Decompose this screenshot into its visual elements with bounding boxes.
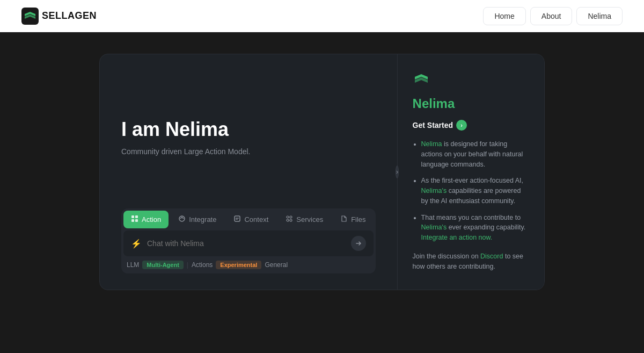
get-started: Get Started › — [413, 120, 529, 131]
hero-subtitle: Community driven Large Action Model. — [121, 147, 376, 156]
chat-bolt-icon: ⚡ — [131, 239, 142, 249]
main-content: I am Nelima Community driven Large Actio… — [0, 32, 644, 312]
info-text-3b: ever expanding capability. — [449, 224, 526, 231]
chat-send-button[interactable] — [351, 236, 366, 251]
discord-link[interactable]: Discord — [480, 253, 503, 260]
bottom-controls: Action Integrate — [121, 208, 376, 273]
svg-rect-2 — [135, 215, 138, 218]
highlight-nelima-2: Nelima's — [421, 187, 447, 194]
logo: SELLAGEN — [21, 8, 483, 25]
services-icon — [286, 215, 293, 224]
tab-bar: Action Integrate — [123, 211, 374, 228]
tab-context-label: Context — [244, 215, 268, 224]
status-bar: LLM Multi-Agent | Actions Experimental G… — [123, 258, 374, 271]
svg-point-10 — [290, 219, 292, 221]
general-label: General — [265, 261, 288, 269]
multi-agent-badge: Multi-Agent — [142, 261, 183, 269]
left-panel: I am Nelima Community driven Large Actio… — [100, 54, 397, 290]
get-started-arrow: › — [456, 120, 467, 131]
tab-services[interactable]: Services — [278, 211, 331, 228]
discord-text: Join the discussion on Discord to see ho… — [413, 251, 529, 272]
tab-integrate[interactable]: Integrate — [171, 211, 224, 228]
svg-point-7 — [287, 216, 289, 218]
info-list: Nelima is designed for taking actions on… — [413, 139, 529, 243]
svg-rect-1 — [131, 215, 134, 218]
svg-rect-6 — [235, 216, 240, 221]
separator1: | — [187, 261, 188, 269]
actions-label: Actions — [192, 261, 213, 269]
integrate-action-link[interactable]: Integrate an action now. — [421, 234, 493, 241]
hero-text: I am Nelima Community driven Large Actio… — [121, 76, 376, 198]
nav-about[interactable]: About — [530, 7, 573, 25]
discord-before: Join the discussion on — [413, 253, 480, 260]
nav-nelima[interactable]: Nelima — [576, 7, 623, 25]
logo-icon — [21, 8, 39, 25]
chat-input-row: ⚡ — [123, 230, 374, 256]
logo-text: SELLAGEN — [42, 10, 97, 21]
svg-rect-4 — [135, 219, 138, 222]
tab-action[interactable]: Action — [123, 211, 169, 228]
action-icon — [131, 215, 138, 224]
main-card: I am Nelima Community driven Large Actio… — [99, 54, 545, 290]
files-icon — [340, 215, 348, 224]
tab-files-label: Files — [351, 215, 365, 224]
panel-divider: › — [397, 54, 398, 290]
experimental-badge: Experimental — [216, 261, 261, 269]
nav-home[interactable]: Home — [483, 7, 525, 25]
tab-integrate-label: Integrate — [189, 215, 216, 224]
nav-links: Home About Nelima — [483, 7, 623, 25]
hero-title: I am Nelima — [121, 118, 376, 141]
right-panel: Nelima Get Started › Nelima is designed … — [398, 54, 544, 290]
svg-point-8 — [290, 216, 292, 218]
get-started-label: Get Started — [413, 121, 453, 129]
info-text-3a: That means you can contribute to — [421, 214, 521, 221]
navbar: SELLAGEN Home About Nelima — [0, 0, 644, 32]
brand-name: Nelima — [413, 96, 529, 111]
integrate-icon — [178, 215, 186, 224]
tab-services-label: Services — [296, 215, 323, 224]
info-text-2a: As the first-ever action-focused AI, — [421, 177, 523, 184]
tab-context[interactable]: Context — [226, 211, 276, 228]
context-icon — [233, 215, 241, 224]
svg-rect-3 — [131, 219, 134, 222]
info-item-1: Nelima is designed for taking actions on… — [421, 139, 529, 169]
brand-icon — [413, 70, 529, 90]
highlight-nelima-1: Nelima — [421, 140, 442, 148]
info-item-2: As the first-ever action-focused AI, Nel… — [421, 176, 529, 206]
tab-files[interactable]: Files — [333, 211, 373, 228]
svg-point-9 — [287, 219, 289, 221]
highlight-nelima-3: Nelima's — [421, 224, 447, 231]
chat-input[interactable] — [147, 239, 351, 248]
llm-label: LLM — [127, 261, 139, 269]
info-item-3: That means you can contribute to Nelima'… — [421, 213, 529, 243]
tab-action-label: Action — [142, 215, 161, 224]
